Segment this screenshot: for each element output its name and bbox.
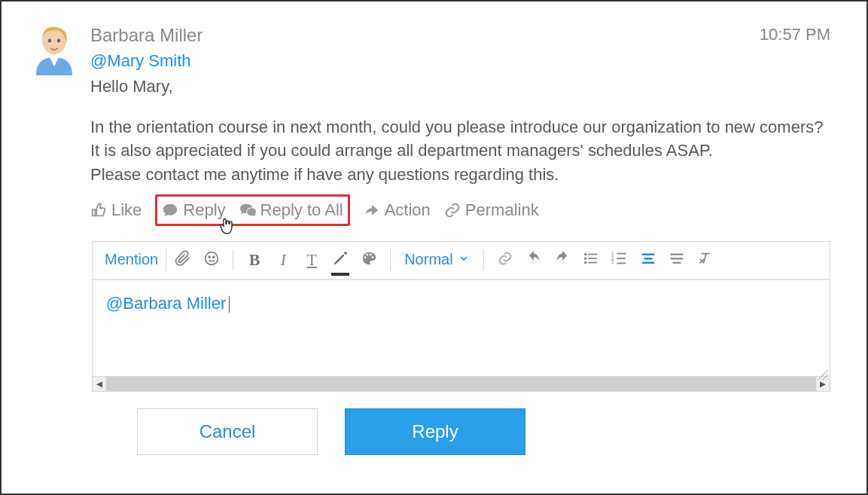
pencil-icon — [332, 250, 349, 270]
clear-format-button[interactable] — [693, 249, 717, 271]
action-button[interactable]: Action — [364, 198, 431, 222]
palette-icon — [361, 250, 377, 270]
post-body-line: It is also appreciated if you could arra… — [90, 139, 830, 163]
emoji-button[interactable] — [199, 249, 224, 271]
clear-format-icon — [697, 250, 714, 270]
svg-point-4 — [206, 252, 218, 264]
text-color-button[interactable] — [357, 249, 381, 271]
svg-point-9 — [583, 257, 586, 260]
reply-all-label: Reply to All — [260, 198, 343, 222]
svg-text:3: 3 — [611, 259, 614, 264]
arrow-right-icon — [364, 202, 380, 218]
svg-rect-22 — [670, 253, 683, 255]
post-body-line: In the orientation course in next month,… — [90, 115, 830, 139]
svg-rect-23 — [670, 258, 683, 259]
post-container: Barbara Miller 10:57 PM @Mary Smith Hell… — [32, 23, 830, 226]
bold-button[interactable]: B — [242, 249, 266, 271]
underline-button[interactable]: T — [300, 249, 324, 271]
post-body-line: Please contact me anytime if have any qu… — [90, 163, 830, 187]
reply-all-button[interactable]: Reply to All — [239, 198, 343, 222]
scroll-track[interactable] — [106, 377, 816, 391]
highlight-button[interactable] — [328, 249, 352, 271]
svg-rect-19 — [641, 253, 654, 255]
post-body: Hello Mary, In the orientation course in… — [90, 75, 830, 188]
cancel-button[interactable]: Cancel — [137, 408, 318, 455]
svg-rect-18 — [617, 262, 626, 264]
svg-rect-12 — [588, 261, 597, 263]
speech-bubbles-icon — [239, 202, 256, 218]
editor-textarea[interactable]: @Barbara Miller — [93, 280, 830, 376]
text-caret — [229, 296, 230, 313]
bullet-list-button[interactable] — [579, 249, 603, 271]
editor-mention[interactable]: @Barbara Miller — [106, 294, 226, 313]
align-center-icon — [640, 250, 656, 270]
attachment-button[interactable] — [171, 249, 195, 271]
format-label: Normal — [404, 251, 452, 268]
insert-link-button[interactable] — [493, 249, 517, 271]
scroll-left-arrow[interactable]: ◄ — [93, 377, 106, 391]
mention-button[interactable]: Mention — [102, 248, 166, 271]
paragraph-format-select[interactable]: Normal — [400, 251, 474, 268]
paperclip-icon — [175, 250, 191, 270]
redo-button[interactable] — [550, 249, 574, 271]
svg-rect-20 — [644, 258, 652, 259]
undo-icon — [525, 250, 542, 270]
svg-point-2 — [48, 38, 51, 42]
reply-editor: Mention B I T Normal — [92, 241, 830, 392]
submit-reply-button[interactable]: Reply — [345, 408, 525, 455]
numbered-list-button[interactable]: 123 — [608, 249, 632, 271]
permalink-button[interactable]: Permalink — [444, 198, 539, 222]
svg-rect-14 — [617, 252, 626, 254]
reply-label: Reply — [183, 198, 225, 222]
like-button[interactable]: Like — [90, 198, 142, 222]
svg-rect-21 — [641, 261, 654, 263]
editor-toolbar: Mention B I T Normal — [93, 242, 830, 280]
svg-rect-10 — [588, 258, 597, 259]
like-label: Like — [111, 198, 142, 222]
align-center-button[interactable] — [636, 249, 660, 271]
resize-grip[interactable] — [818, 365, 828, 375]
svg-point-7 — [583, 252, 586, 255]
chevron-down-icon — [458, 251, 470, 268]
post-timestamp: 10:57 PM — [760, 23, 830, 47]
align-justify-button[interactable] — [665, 249, 689, 271]
link-icon — [497, 250, 513, 270]
reply-buttons-row: Cancel Reply — [137, 408, 830, 455]
thumbs-up-icon — [90, 202, 107, 218]
svg-point-3 — [57, 38, 60, 42]
speech-bubble-icon — [162, 202, 178, 218]
post-actions: Like Reply Reply to All — [90, 194, 830, 226]
post-author: Barbara Miller — [90, 23, 203, 49]
redo-icon — [554, 250, 571, 270]
post-mention[interactable]: @Mary Smith — [90, 49, 830, 73]
svg-point-11 — [583, 261, 586, 264]
link-icon — [444, 202, 461, 218]
svg-rect-16 — [617, 258, 626, 259]
list-bullet-icon — [583, 250, 599, 270]
avatar — [32, 23, 77, 75]
svg-point-5 — [209, 256, 210, 258]
permalink-label: Permalink — [465, 198, 539, 222]
post-body-line: Hello Mary, — [90, 75, 830, 99]
list-numbered-icon: 123 — [611, 250, 628, 270]
italic-button[interactable]: I — [271, 249, 295, 271]
horizontal-scrollbar[interactable]: ◄ ► — [93, 376, 830, 391]
svg-rect-8 — [588, 253, 597, 255]
smiley-icon — [203, 250, 220, 270]
reply-highlight: Reply Reply to All — [155, 194, 349, 226]
svg-rect-24 — [672, 261, 681, 263]
undo-button[interactable] — [522, 249, 546, 271]
action-label: Action — [385, 198, 431, 222]
align-justify-icon — [669, 250, 685, 270]
svg-point-6 — [213, 256, 215, 258]
reply-button[interactable]: Reply — [162, 198, 225, 222]
